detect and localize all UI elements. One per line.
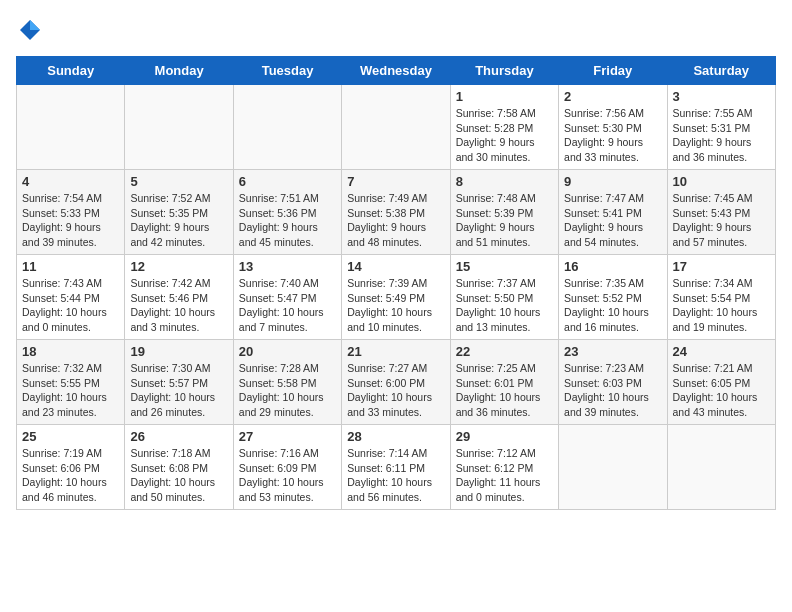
cell-info: Sunrise: 7:19 AM Sunset: 6:06 PM Dayligh… (22, 446, 119, 505)
day-header-monday: Monday (125, 57, 233, 85)
day-number: 13 (239, 259, 336, 274)
cell-info: Sunrise: 7:52 AM Sunset: 5:35 PM Dayligh… (130, 191, 227, 250)
cell-info: Sunrise: 7:30 AM Sunset: 5:57 PM Dayligh… (130, 361, 227, 420)
calendar-cell: 27Sunrise: 7:16 AM Sunset: 6:09 PM Dayli… (233, 425, 341, 510)
calendar-cell: 16Sunrise: 7:35 AM Sunset: 5:52 PM Dayli… (559, 255, 667, 340)
calendar-cell: 6Sunrise: 7:51 AM Sunset: 5:36 PM Daylig… (233, 170, 341, 255)
day-number: 11 (22, 259, 119, 274)
calendar-cell: 19Sunrise: 7:30 AM Sunset: 5:57 PM Dayli… (125, 340, 233, 425)
logo (16, 16, 46, 44)
calendar-cell: 3Sunrise: 7:55 AM Sunset: 5:31 PM Daylig… (667, 85, 775, 170)
day-number: 24 (673, 344, 770, 359)
day-number: 15 (456, 259, 553, 274)
day-number: 22 (456, 344, 553, 359)
cell-info: Sunrise: 7:25 AM Sunset: 6:01 PM Dayligh… (456, 361, 553, 420)
calendar-cell (125, 85, 233, 170)
calendar-cell: 29Sunrise: 7:12 AM Sunset: 6:12 PM Dayli… (450, 425, 558, 510)
day-header-wednesday: Wednesday (342, 57, 450, 85)
day-number: 21 (347, 344, 444, 359)
calendar-cell: 28Sunrise: 7:14 AM Sunset: 6:11 PM Dayli… (342, 425, 450, 510)
week-row-2: 4Sunrise: 7:54 AM Sunset: 5:33 PM Daylig… (17, 170, 776, 255)
cell-info: Sunrise: 7:35 AM Sunset: 5:52 PM Dayligh… (564, 276, 661, 335)
calendar-cell: 26Sunrise: 7:18 AM Sunset: 6:08 PM Dayli… (125, 425, 233, 510)
day-number: 25 (22, 429, 119, 444)
day-number: 4 (22, 174, 119, 189)
calendar-cell: 15Sunrise: 7:37 AM Sunset: 5:50 PM Dayli… (450, 255, 558, 340)
cell-info: Sunrise: 7:12 AM Sunset: 6:12 PM Dayligh… (456, 446, 553, 505)
calendar-cell (667, 425, 775, 510)
cell-info: Sunrise: 7:14 AM Sunset: 6:11 PM Dayligh… (347, 446, 444, 505)
calendar-cell: 9Sunrise: 7:47 AM Sunset: 5:41 PM Daylig… (559, 170, 667, 255)
calendar-cell: 8Sunrise: 7:48 AM Sunset: 5:39 PM Daylig… (450, 170, 558, 255)
day-number: 8 (456, 174, 553, 189)
cell-info: Sunrise: 7:16 AM Sunset: 6:09 PM Dayligh… (239, 446, 336, 505)
day-number: 29 (456, 429, 553, 444)
day-header-row: SundayMondayTuesdayWednesdayThursdayFrid… (17, 57, 776, 85)
day-number: 1 (456, 89, 553, 104)
week-row-3: 11Sunrise: 7:43 AM Sunset: 5:44 PM Dayli… (17, 255, 776, 340)
cell-info: Sunrise: 7:39 AM Sunset: 5:49 PM Dayligh… (347, 276, 444, 335)
cell-info: Sunrise: 7:51 AM Sunset: 5:36 PM Dayligh… (239, 191, 336, 250)
calendar-body: 1Sunrise: 7:58 AM Sunset: 5:28 PM Daylig… (17, 85, 776, 510)
calendar-cell: 14Sunrise: 7:39 AM Sunset: 5:49 PM Dayli… (342, 255, 450, 340)
cell-info: Sunrise: 7:32 AM Sunset: 5:55 PM Dayligh… (22, 361, 119, 420)
cell-info: Sunrise: 7:45 AM Sunset: 5:43 PM Dayligh… (673, 191, 770, 250)
cell-info: Sunrise: 7:40 AM Sunset: 5:47 PM Dayligh… (239, 276, 336, 335)
day-number: 10 (673, 174, 770, 189)
calendar-cell (17, 85, 125, 170)
day-number: 12 (130, 259, 227, 274)
calendar-cell: 12Sunrise: 7:42 AM Sunset: 5:46 PM Dayli… (125, 255, 233, 340)
calendar-cell: 5Sunrise: 7:52 AM Sunset: 5:35 PM Daylig… (125, 170, 233, 255)
day-header-friday: Friday (559, 57, 667, 85)
calendar-cell (233, 85, 341, 170)
day-number: 27 (239, 429, 336, 444)
week-row-5: 25Sunrise: 7:19 AM Sunset: 6:06 PM Dayli… (17, 425, 776, 510)
day-number: 7 (347, 174, 444, 189)
day-header-sunday: Sunday (17, 57, 125, 85)
calendar-cell: 1Sunrise: 7:58 AM Sunset: 5:28 PM Daylig… (450, 85, 558, 170)
calendar-cell: 17Sunrise: 7:34 AM Sunset: 5:54 PM Dayli… (667, 255, 775, 340)
week-row-1: 1Sunrise: 7:58 AM Sunset: 5:28 PM Daylig… (17, 85, 776, 170)
week-row-4: 18Sunrise: 7:32 AM Sunset: 5:55 PM Dayli… (17, 340, 776, 425)
day-header-tuesday: Tuesday (233, 57, 341, 85)
cell-info: Sunrise: 7:48 AM Sunset: 5:39 PM Dayligh… (456, 191, 553, 250)
cell-info: Sunrise: 7:58 AM Sunset: 5:28 PM Dayligh… (456, 106, 553, 165)
calendar-cell: 25Sunrise: 7:19 AM Sunset: 6:06 PM Dayli… (17, 425, 125, 510)
cell-info: Sunrise: 7:47 AM Sunset: 5:41 PM Dayligh… (564, 191, 661, 250)
day-header-thursday: Thursday (450, 57, 558, 85)
cell-info: Sunrise: 7:34 AM Sunset: 5:54 PM Dayligh… (673, 276, 770, 335)
calendar-cell: 22Sunrise: 7:25 AM Sunset: 6:01 PM Dayli… (450, 340, 558, 425)
cell-info: Sunrise: 7:56 AM Sunset: 5:30 PM Dayligh… (564, 106, 661, 165)
cell-info: Sunrise: 7:42 AM Sunset: 5:46 PM Dayligh… (130, 276, 227, 335)
day-header-saturday: Saturday (667, 57, 775, 85)
calendar-cell: 18Sunrise: 7:32 AM Sunset: 5:55 PM Dayli… (17, 340, 125, 425)
day-number: 23 (564, 344, 661, 359)
calendar-cell: 2Sunrise: 7:56 AM Sunset: 5:30 PM Daylig… (559, 85, 667, 170)
calendar-cell (559, 425, 667, 510)
calendar-cell: 11Sunrise: 7:43 AM Sunset: 5:44 PM Dayli… (17, 255, 125, 340)
day-number: 5 (130, 174, 227, 189)
cell-info: Sunrise: 7:49 AM Sunset: 5:38 PM Dayligh… (347, 191, 444, 250)
day-number: 20 (239, 344, 336, 359)
day-number: 3 (673, 89, 770, 104)
calendar-cell: 24Sunrise: 7:21 AM Sunset: 6:05 PM Dayli… (667, 340, 775, 425)
cell-info: Sunrise: 7:27 AM Sunset: 6:00 PM Dayligh… (347, 361, 444, 420)
calendar-cell: 23Sunrise: 7:23 AM Sunset: 6:03 PM Dayli… (559, 340, 667, 425)
calendar-cell: 10Sunrise: 7:45 AM Sunset: 5:43 PM Dayli… (667, 170, 775, 255)
calendar-cell: 4Sunrise: 7:54 AM Sunset: 5:33 PM Daylig… (17, 170, 125, 255)
calendar-cell: 7Sunrise: 7:49 AM Sunset: 5:38 PM Daylig… (342, 170, 450, 255)
cell-info: Sunrise: 7:37 AM Sunset: 5:50 PM Dayligh… (456, 276, 553, 335)
day-number: 18 (22, 344, 119, 359)
page-header (16, 16, 776, 44)
day-number: 16 (564, 259, 661, 274)
day-number: 2 (564, 89, 661, 104)
cell-info: Sunrise: 7:55 AM Sunset: 5:31 PM Dayligh… (673, 106, 770, 165)
calendar-cell (342, 85, 450, 170)
cell-info: Sunrise: 7:21 AM Sunset: 6:05 PM Dayligh… (673, 361, 770, 420)
day-number: 19 (130, 344, 227, 359)
day-number: 26 (130, 429, 227, 444)
cell-info: Sunrise: 7:54 AM Sunset: 5:33 PM Dayligh… (22, 191, 119, 250)
calendar-cell: 20Sunrise: 7:28 AM Sunset: 5:58 PM Dayli… (233, 340, 341, 425)
day-number: 28 (347, 429, 444, 444)
day-number: 17 (673, 259, 770, 274)
